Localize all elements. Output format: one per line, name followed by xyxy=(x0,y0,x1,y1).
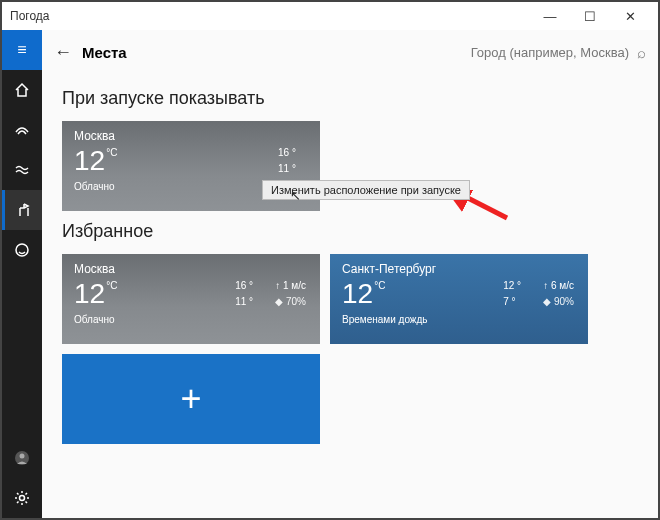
temperature-unit: °C xyxy=(106,280,117,291)
section-startup-title: При запуске показывать xyxy=(62,88,638,109)
header: ← Места Город (например, Москва) ⌕ xyxy=(42,30,658,74)
maximize-button[interactable]: ☐ xyxy=(570,9,610,24)
sidebar-item-waves[interactable] xyxy=(2,150,42,190)
sidebar: ≡ xyxy=(2,30,42,518)
hamburger-icon: ≡ xyxy=(17,41,26,59)
low-temp: 7 ° xyxy=(503,294,531,310)
content: При запуске показывать Москва 12°C Облач… xyxy=(42,74,658,448)
waves-icon xyxy=(14,162,30,178)
sidebar-item-radar[interactable] xyxy=(2,110,42,150)
back-button[interactable]: ← xyxy=(54,42,82,63)
low-temp: 11 ° xyxy=(235,294,263,310)
add-location-tile[interactable]: + xyxy=(62,354,320,444)
search-field[interactable]: Город (например, Москва) ⌕ xyxy=(471,44,646,61)
low-temp: 11 ° xyxy=(278,161,306,177)
home-icon xyxy=(14,82,30,98)
tile-stats: 16 ° 11 ° xyxy=(278,145,306,177)
svg-point-3 xyxy=(20,496,25,501)
search-icon: ⌕ xyxy=(637,44,646,61)
sidebar-item-places[interactable] xyxy=(2,190,42,230)
condition-label: Облачно xyxy=(74,314,308,325)
high-temp: 16 ° xyxy=(235,278,263,294)
titlebar: Погода — ☐ ✕ xyxy=(2,2,658,30)
condition-label: Временами дождь xyxy=(342,314,576,325)
page: ← Места Город (например, Москва) ⌕ При з… xyxy=(42,30,658,518)
tile-stats: 16 °↑ 1 м/с 11 °◆ 70% xyxy=(235,278,306,310)
temperature-value: 12 xyxy=(342,278,373,310)
search-placeholder: Город (например, Москва) xyxy=(471,45,629,60)
humidity-value: ◆ 70% xyxy=(275,294,306,310)
section-favorites-title: Избранное xyxy=(62,221,638,242)
radar-icon xyxy=(14,122,30,138)
close-button[interactable]: ✕ xyxy=(610,9,650,24)
back-icon: ← xyxy=(54,42,72,62)
temperature-value: 12 xyxy=(74,278,105,310)
person-icon xyxy=(14,450,30,466)
wind-value: ↑ 1 м/с xyxy=(275,278,306,294)
high-temp: 16 ° xyxy=(278,145,306,161)
tile-stats: 12 °↑ 6 м/с 7 °◆ 90% xyxy=(503,278,574,310)
minimize-button[interactable]: — xyxy=(530,9,570,24)
plus-icon: + xyxy=(180,378,201,420)
city-label: Санкт-Петербург xyxy=(342,262,576,276)
svg-point-2 xyxy=(20,454,25,459)
window-title: Погода xyxy=(10,9,530,23)
sidebar-item-home[interactable] xyxy=(2,70,42,110)
star-icon xyxy=(16,202,32,218)
sidebar-item-account[interactable] xyxy=(2,438,42,478)
app-body: ≡ ← Места xyxy=(2,30,658,518)
temperature-unit: °C xyxy=(374,280,385,291)
smile-icon xyxy=(14,242,30,258)
city-label: Москва xyxy=(74,129,308,143)
sidebar-spacer xyxy=(2,270,42,438)
favorite-tile-spb[interactable]: Санкт-Петербург 12°C Временами дождь 12 … xyxy=(330,254,588,344)
wind-value: ↑ 6 м/с xyxy=(543,278,574,294)
high-temp: 12 ° xyxy=(503,278,531,294)
sidebar-item-settings[interactable] xyxy=(2,478,42,518)
window-controls: — ☐ ✕ xyxy=(530,9,650,24)
temperature-unit: °C xyxy=(106,147,117,158)
temperature-value: 12 xyxy=(74,145,105,177)
favorite-tile-moscow[interactable]: Москва 12°C Облачно 16 °↑ 1 м/с 11 °◆ 70… xyxy=(62,254,320,344)
favorite-tiles: Москва 12°C Облачно 16 °↑ 1 м/с 11 °◆ 70… xyxy=(62,254,638,444)
page-title: Места xyxy=(82,44,127,61)
sidebar-item-news[interactable] xyxy=(2,230,42,270)
humidity-value: ◆ 90% xyxy=(543,294,574,310)
hamburger-button[interactable]: ≡ xyxy=(2,30,42,70)
cursor-icon: ↖ xyxy=(290,188,301,203)
gear-icon xyxy=(14,490,30,506)
city-label: Москва xyxy=(74,262,308,276)
